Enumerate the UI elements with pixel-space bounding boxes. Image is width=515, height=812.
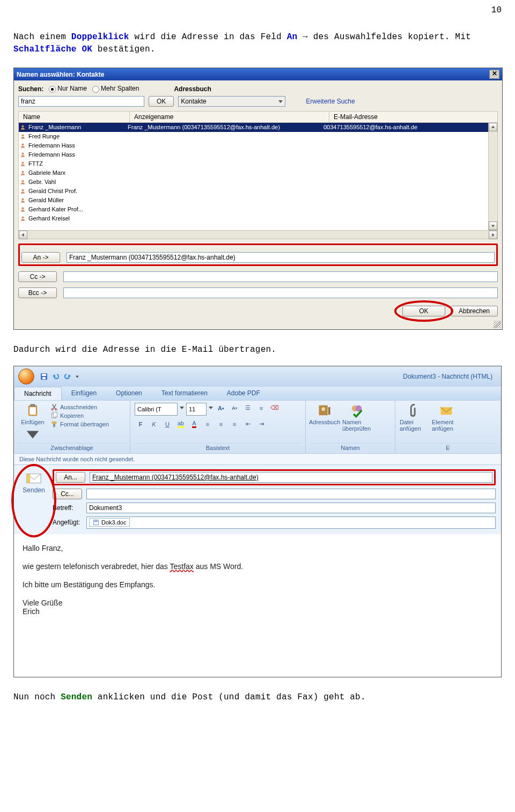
close-icon[interactable]: ✕: [489, 70, 499, 79]
scroll-left-icon[interactable]: [19, 231, 27, 239]
person-icon: [19, 161, 26, 167]
person-icon: [19, 152, 26, 158]
attached-label: Angefügt:: [53, 519, 82, 526]
radio-mehr-spalten[interactable]: Mehr Spalten: [92, 85, 139, 92]
qat-dropdown-icon[interactable]: [75, 374, 79, 379]
font-combo[interactable]: [135, 403, 178, 416]
copy-button[interactable]: Kopieren: [50, 411, 109, 420]
compose-cc-field[interactable]: [86, 489, 496, 499]
list-item[interactable]: Gerald Müller: [19, 196, 497, 205]
attach-item-button[interactable]: Element anfügen: [432, 403, 461, 432]
person-icon: [19, 143, 26, 149]
list-item[interactable]: Gebr. Vahl: [19, 178, 497, 187]
svg-rect-5: [30, 404, 35, 407]
search-input[interactable]: [18, 96, 144, 107]
tab-optionen[interactable]: Optionen: [106, 387, 152, 400]
check-names-button[interactable]: Namen überprüfen: [342, 403, 371, 432]
search-ok-button[interactable]: OK: [149, 96, 174, 107]
cc-field[interactable]: [63, 271, 498, 282]
group-namen-label: Namen: [310, 443, 391, 452]
cancel-button[interactable]: Abbrechen: [451, 306, 498, 316]
person-icon: [19, 179, 26, 185]
list-item[interactable]: Gerhard Kater Prof...: [19, 205, 497, 214]
chevron-down-icon[interactable]: [179, 403, 185, 412]
compose-cc-button[interactable]: Cc...: [53, 489, 82, 499]
highlight-icon[interactable]: ab: [175, 419, 187, 430]
tab-adobe-pdf[interactable]: Adobe PDF: [217, 387, 270, 400]
quick-access-toolbar: [40, 372, 79, 381]
addressbook-combo[interactable]: [178, 96, 285, 107]
compose-title: Dokument3 - Nachricht (HTML): [85, 373, 497, 380]
person-icon: [19, 170, 26, 176]
cc-button[interactable]: Cc ->: [18, 271, 57, 282]
tab-text-formatieren[interactable]: Text formatieren: [152, 387, 217, 400]
redo-icon[interactable]: [63, 372, 72, 381]
list-item[interactable]: Friedemann Hass: [19, 150, 497, 159]
office-button-icon[interactable]: [18, 368, 34, 385]
list-item[interactable]: Gerhard Kreisel: [19, 214, 497, 223]
tab-nachricht[interactable]: Nachricht: [14, 387, 62, 400]
ok-button[interactable]: OK: [402, 306, 445, 316]
group-basistext-label: Basistext: [135, 443, 301, 452]
addressbook-button[interactable]: Adressbuch: [310, 403, 339, 425]
underline-icon[interactable]: U: [161, 419, 173, 430]
group-e-label: E: [400, 443, 496, 452]
list-item[interactable]: Fred Runge: [19, 132, 497, 141]
align-center-icon[interactable]: ≡: [215, 419, 227, 430]
subject-field[interactable]: [86, 503, 496, 513]
cut-button[interactable]: Ausschneiden: [50, 403, 109, 411]
send-button[interactable]: Senden: [19, 469, 48, 497]
advanced-search-link[interactable]: Erweiterte Suche: [306, 98, 355, 105]
numbering-icon[interactable]: ≡: [255, 403, 267, 414]
resize-grip-icon[interactable]: [494, 321, 501, 328]
list-item[interactable]: Franz _MustermannFranz _Mustermann (0034…: [19, 123, 497, 132]
person-icon: [19, 216, 26, 222]
intro-paragraph-1: Nach einem Doppelklick wird die Adresse …: [13, 31, 502, 56]
dialog-title: Namen auswählen: Kontakte: [17, 71, 104, 78]
bcc-field[interactable]: [63, 287, 498, 298]
bold-icon[interactable]: F: [135, 419, 146, 430]
message-body[interactable]: Hallo Franz, wie gestern telefonisch ver…: [14, 534, 501, 677]
attachment-chip[interactable]: Dok3.doc: [89, 518, 130, 527]
grow-font-icon[interactable]: A▴: [215, 403, 227, 414]
dialog-titlebar: Namen auswählen: Kontakte ✕: [14, 68, 502, 80]
save-icon[interactable]: [40, 372, 48, 381]
bcc-button[interactable]: Bcc ->: [18, 287, 57, 298]
clear-format-icon[interactable]: ⌫: [269, 403, 281, 414]
attach-file-button[interactable]: Datei anfügen: [400, 403, 429, 432]
align-left-icon[interactable]: ≡: [202, 419, 214, 430]
scrollbar-horizontal[interactable]: [18, 231, 498, 239]
font-color-icon[interactable]: A: [188, 419, 200, 430]
scrollbar-vertical[interactable]: [488, 123, 497, 230]
bullets-icon[interactable]: ☰: [242, 403, 254, 414]
group-clipboard-label: Zwischenablage: [18, 443, 126, 452]
chevron-down-icon[interactable]: [208, 403, 214, 412]
compose-an-field[interactable]: [90, 472, 492, 483]
contacts-list[interactable]: Franz _MustermannFranz _Mustermann (0034…: [18, 122, 498, 231]
scroll-down-icon[interactable]: [489, 222, 497, 230]
list-item[interactable]: FTTZ: [19, 159, 497, 168]
list-item[interactable]: Friedemann Hass: [19, 141, 497, 150]
list-item[interactable]: Gabriele Marx: [19, 168, 497, 178]
italic-icon[interactable]: K: [148, 419, 160, 430]
compose-an-button[interactable]: An...: [56, 472, 85, 483]
an-button[interactable]: An ->: [21, 252, 60, 263]
align-right-icon[interactable]: ≡: [229, 419, 240, 430]
indent-dec-icon[interactable]: ⇤: [242, 419, 254, 430]
indent-inc-icon[interactable]: ⇥: [255, 419, 267, 430]
paste-button[interactable]: Einfügen: [18, 403, 47, 441]
shrink-font-icon[interactable]: A▾: [229, 403, 240, 414]
fontsize-combo[interactable]: [186, 403, 207, 416]
an-field[interactable]: [67, 252, 495, 263]
tab-einfügen[interactable]: Einfügen: [62, 387, 106, 400]
svg-rect-6: [30, 407, 36, 415]
radio-nur-name[interactable]: Nur Name: [49, 85, 87, 92]
compose-titlebar: Dokument3 - Nachricht (HTML): [14, 366, 501, 387]
scroll-up-icon[interactable]: [489, 123, 497, 131]
svg-rect-22: [94, 521, 98, 522]
format-painter-button[interactable]: Format übertragen: [50, 420, 109, 429]
list-item[interactable]: Gerald Christ Prof.: [19, 187, 497, 196]
scroll-right-icon[interactable]: [489, 231, 497, 239]
undo-icon[interactable]: [52, 372, 60, 381]
select-names-dialog: Namen auswählen: Kontakte ✕ Suchen: Nur …: [13, 68, 503, 329]
